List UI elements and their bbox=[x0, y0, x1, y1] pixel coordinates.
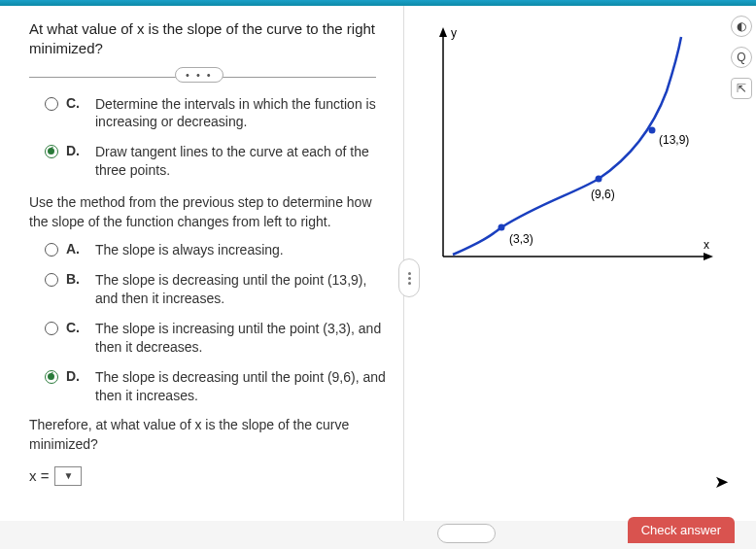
option-letter: B. bbox=[66, 271, 84, 287]
point-label-1: (3,3) bbox=[509, 232, 533, 246]
option-g2-c[interactable]: C. The slope is increasing until the poi… bbox=[45, 320, 386, 357]
option-letter: D. bbox=[66, 368, 84, 384]
question-title: At what value of x is the slope of the c… bbox=[29, 19, 386, 59]
radio-icon[interactable] bbox=[45, 243, 58, 257]
option-g2-a[interactable]: A. The slope is always increasing. bbox=[45, 241, 386, 259]
chevron-down-icon: ▼ bbox=[63, 470, 73, 481]
sub-prompt: Use the method from the previous step to… bbox=[29, 193, 386, 231]
data-point bbox=[649, 127, 656, 134]
zoom-button[interactable]: Q bbox=[731, 47, 752, 68]
data-point bbox=[498, 224, 505, 231]
curve-path bbox=[453, 37, 681, 255]
answer-row: x = ▼ bbox=[29, 466, 386, 486]
svg-marker-1 bbox=[439, 27, 447, 37]
option-g1-c[interactable]: C. Determine the intervals in which the … bbox=[45, 95, 386, 132]
contrast-toggle-button[interactable]: ◐ bbox=[731, 16, 752, 37]
svg-marker-3 bbox=[704, 253, 713, 260]
option-text: The slope is decreasing until the point … bbox=[95, 271, 386, 308]
panel-drag-handle[interactable] bbox=[398, 258, 420, 297]
final-prompt: Therefore, at what value of x is the slo… bbox=[29, 416, 386, 454]
option-g2-b[interactable]: B. The slope is decreasing until the poi… bbox=[45, 271, 386, 308]
point-label-2: (9,6) bbox=[591, 188, 615, 201]
mouse-cursor-icon: ➤ bbox=[714, 471, 729, 493]
answer-prefix: x = bbox=[29, 467, 49, 484]
section-divider: • • • bbox=[29, 77, 386, 78]
side-toolbar: ◐ Q ⇱ bbox=[731, 16, 752, 99]
option-text: Draw tangent lines to the curve at each … bbox=[95, 143, 386, 180]
radio-checked-icon[interactable] bbox=[45, 145, 58, 158]
y-axis-label: y bbox=[451, 26, 457, 40]
popout-icon: ⇱ bbox=[737, 82, 746, 95]
option-text: The slope is decreasing until the point … bbox=[95, 368, 386, 405]
x-axis-label: x bbox=[704, 238, 709, 252]
popout-button[interactable]: ⇱ bbox=[731, 78, 752, 99]
radio-icon[interactable] bbox=[45, 97, 58, 111]
data-point bbox=[596, 176, 602, 183]
curve-graph: y x (3,3) (9,6) (13,9) bbox=[424, 23, 715, 276]
option-text: The slope is always increasing. bbox=[95, 241, 284, 259]
question-panel: At what value of x is the slope of the c… bbox=[0, 6, 403, 521]
contrast-icon: ◐ bbox=[737, 19, 746, 33]
option-letter: A. bbox=[66, 241, 84, 257]
option-letter: D. bbox=[66, 143, 84, 158]
option-g2-d[interactable]: D. The slope is decreasing until the poi… bbox=[45, 368, 386, 405]
check-answer-button[interactable]: Check answer bbox=[628, 517, 735, 543]
content-area: At what value of x is the slope of the c… bbox=[0, 6, 756, 521]
option-text: Determine the intervals in which the fun… bbox=[95, 95, 386, 132]
radio-icon[interactable] bbox=[45, 273, 58, 287]
answer-dropdown[interactable]: ▼ bbox=[54, 466, 82, 486]
expand-dots-button[interactable]: • • • bbox=[175, 67, 223, 83]
radio-checked-icon[interactable] bbox=[45, 370, 58, 384]
radio-icon[interactable] bbox=[45, 322, 58, 335]
point-label-3: (13,9) bbox=[659, 133, 689, 147]
option-g1-d[interactable]: D. Draw tangent lines to the curve at ea… bbox=[45, 143, 386, 180]
option-letter: C. bbox=[66, 95, 84, 111]
footer-pill[interactable] bbox=[437, 524, 496, 543]
option-letter: C. bbox=[66, 320, 84, 335]
magnifier-icon: Q bbox=[737, 51, 745, 64]
graph-panel: y x (3,3) (9,6) (13,9) bbox=[403, 6, 756, 521]
option-text: The slope is increasing until the point … bbox=[95, 320, 386, 357]
